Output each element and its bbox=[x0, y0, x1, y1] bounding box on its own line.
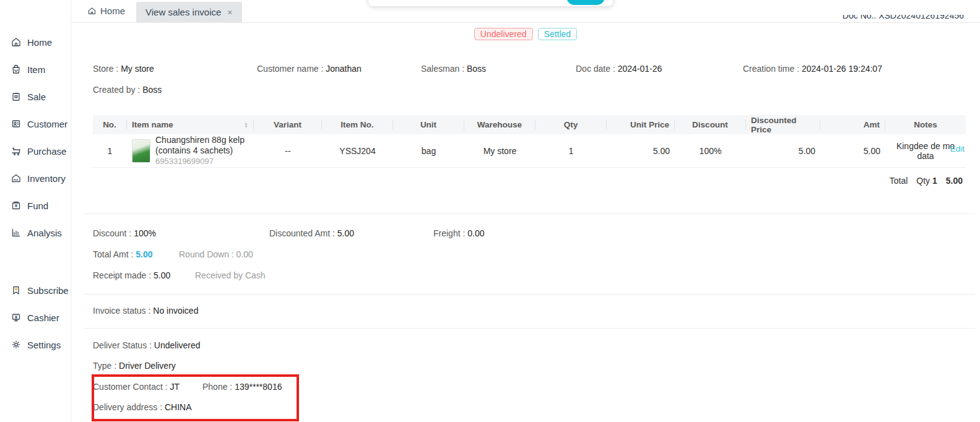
sidebar-item-label: Item bbox=[27, 64, 45, 75]
sidebar-item-home[interactable]: Home bbox=[0, 28, 71, 56]
sidebar-item-customer[interactable]: Customer bbox=[0, 110, 71, 137]
cell-unit-price: 5.00 bbox=[607, 146, 675, 156]
sort-icon[interactable]: ▲▼ bbox=[244, 122, 248, 128]
sidebar-item-subscribe[interactable]: Subscribe bbox=[0, 277, 71, 304]
item-name-line1: Chuangshiren 88g kelp bbox=[155, 135, 245, 145]
field-creation-time: Creation time : 2024-01-26 19:24:07 bbox=[743, 64, 882, 74]
sidebar-item-label: Customer bbox=[27, 119, 67, 129]
cell-item-name: Chuangshiren 88g kelp (contains 4 sachet… bbox=[127, 135, 254, 166]
sidebar-item-sale[interactable]: Sale bbox=[0, 83, 71, 110]
customer-card-icon bbox=[11, 118, 22, 129]
cell-item-no: YSSJ204 bbox=[322, 146, 393, 156]
edit-notes-link[interactable]: Edit bbox=[950, 144, 965, 153]
col-item-no: Item No. bbox=[322, 119, 393, 130]
col-item-name[interactable]: Item name ▲▼ bbox=[127, 119, 254, 130]
total-qty: Qty 1 bbox=[916, 176, 937, 186]
cart-icon bbox=[11, 145, 22, 157]
svg-text:¥: ¥ bbox=[15, 314, 18, 320]
sidebar-item-label: Settings bbox=[27, 340, 61, 350]
cell-no: 1 bbox=[93, 146, 127, 156]
field-created-by-value: Boss bbox=[142, 85, 162, 95]
bookmark-plus-icon bbox=[11, 285, 22, 296]
sidebar-gap bbox=[0, 246, 71, 277]
status-badge-undelivered: Undelivered bbox=[474, 28, 533, 40]
sidebar-item-purchase[interactable]: Purchase bbox=[0, 137, 71, 165]
home-icon bbox=[11, 37, 22, 48]
doc-no-text: Doc No.: XSD20240126192456 bbox=[843, 15, 964, 22]
item-name-line2: (contains 4 sachets) bbox=[155, 145, 245, 156]
sidebar-item-label: Home bbox=[27, 37, 52, 48]
field-creation-time-value: 2024-01-26 19:24:07 bbox=[802, 64, 882, 74]
field-doc-date: Doc date : 2024-01-26 bbox=[576, 64, 662, 74]
item-barcode: 6953319699097 bbox=[155, 156, 245, 166]
col-discount: Discount bbox=[675, 119, 746, 130]
tab-view-sales-invoice[interactable]: View sales invoice × bbox=[136, 2, 241, 22]
cell-unit: bag bbox=[393, 146, 464, 156]
sidebar-item-label: Purchase bbox=[27, 146, 66, 157]
sidebar-item-cashier[interactable]: ¥ Cashier bbox=[0, 304, 71, 331]
col-variant: Variant bbox=[254, 119, 322, 130]
field-customer-name: Customer name : Jonathan bbox=[257, 64, 362, 74]
summary-discount: Discount : 100% bbox=[93, 228, 156, 238]
bag-icon bbox=[11, 64, 22, 75]
field-store: Store : My store bbox=[93, 64, 154, 74]
divider bbox=[84, 328, 975, 329]
cashier-monitor-icon: ¥ bbox=[11, 312, 22, 323]
summary-receipt-made: Receipt made : 5.00 bbox=[93, 270, 170, 280]
search-overlay-cutoff bbox=[368, 0, 613, 6]
delivery-address: Delivery address : CHINA bbox=[93, 402, 192, 412]
sidebar-item-fund[interactable]: ¥ Fund bbox=[0, 192, 71, 219]
field-store-value: My store bbox=[121, 64, 154, 74]
col-no: No. bbox=[93, 119, 127, 130]
close-icon[interactable]: × bbox=[227, 7, 232, 17]
overlay-action-button[interactable] bbox=[566, 0, 605, 5]
col-amt: Amt bbox=[820, 119, 885, 130]
sidebar-item-label: Fund bbox=[27, 200, 48, 211]
items-table: No. Item name ▲▼ Variant Item No. Unit W… bbox=[93, 115, 966, 168]
tab-home[interactable]: Home bbox=[71, 0, 136, 22]
table-row: 1 Chuangshiren 88g kelp (contains 4 sach… bbox=[93, 134, 966, 168]
sidebar-item-analysis[interactable]: Analysis bbox=[0, 219, 71, 246]
cell-warehouse: My store bbox=[464, 146, 536, 156]
summary-round-down: Round Down : 0.00 bbox=[179, 249, 253, 259]
clipboard-icon bbox=[11, 91, 22, 102]
doc-no-clipped: Doc No.: XSD20240126192456 bbox=[843, 15, 964, 22]
divider bbox=[84, 294, 975, 295]
tab-home-label: Home bbox=[100, 6, 125, 16]
divider bbox=[84, 213, 975, 214]
sidebar-item-label: Cashier bbox=[27, 312, 59, 323]
summary-received-by: Received by Cash bbox=[195, 270, 266, 280]
sidebar: Home Item Sale Customer Purchase Invento… bbox=[0, 0, 71, 422]
cell-notes: Kingdee de mo data Edit bbox=[885, 141, 966, 161]
col-warehouse: Warehouse bbox=[464, 119, 536, 130]
cell-discounted-price: 5.00 bbox=[746, 146, 820, 156]
gear-icon bbox=[11, 339, 22, 350]
tab-label: View sales invoice bbox=[145, 7, 221, 17]
app-window: Home Item Sale Customer Purchase Invento… bbox=[0, 0, 980, 422]
invoice-status: Invoice status : No invoiced bbox=[93, 306, 198, 316]
deliver-status: Deliver Status : Undelivered bbox=[93, 340, 201, 350]
svg-text:¥: ¥ bbox=[15, 203, 18, 209]
sidebar-item-label: Inventory bbox=[27, 173, 66, 184]
col-discounted-price: Discounted Price bbox=[746, 119, 820, 130]
total-label: Total bbox=[890, 176, 908, 186]
items-table-header: No. Item name ▲▼ Variant Item No. Unit W… bbox=[93, 115, 966, 134]
customer-contact: Customer Contact : JT bbox=[93, 382, 180, 392]
field-doc-date-value: 2024-01-26 bbox=[618, 64, 662, 74]
sidebar-item-inventory[interactable]: Inventory bbox=[0, 165, 71, 192]
summary-freight: Freight : 0.00 bbox=[433, 228, 485, 238]
invoice-view: Undelivered Settled Store : My store Cus… bbox=[71, 23, 980, 422]
field-customer-value: Jonathan bbox=[326, 64, 362, 74]
field-salesman: Salesman : Boss bbox=[421, 64, 486, 74]
field-salesman-value: Boss bbox=[467, 64, 486, 74]
sidebar-item-item[interactable]: Item bbox=[0, 56, 71, 83]
home-icon bbox=[87, 6, 97, 15]
item-thumbnail[interactable] bbox=[132, 139, 150, 163]
sidebar-item-label: Subscribe bbox=[27, 285, 69, 296]
warehouse-icon bbox=[11, 173, 22, 184]
col-notes: Notes bbox=[885, 119, 966, 130]
summary-total-amt: Total Amt : 5.00 bbox=[93, 249, 153, 259]
sidebar-item-settings[interactable]: Settings bbox=[0, 331, 71, 358]
sidebar-item-label: Analysis bbox=[27, 228, 62, 238]
summary-discounted-amt: Discounted Amt : 5.00 bbox=[269, 228, 354, 238]
